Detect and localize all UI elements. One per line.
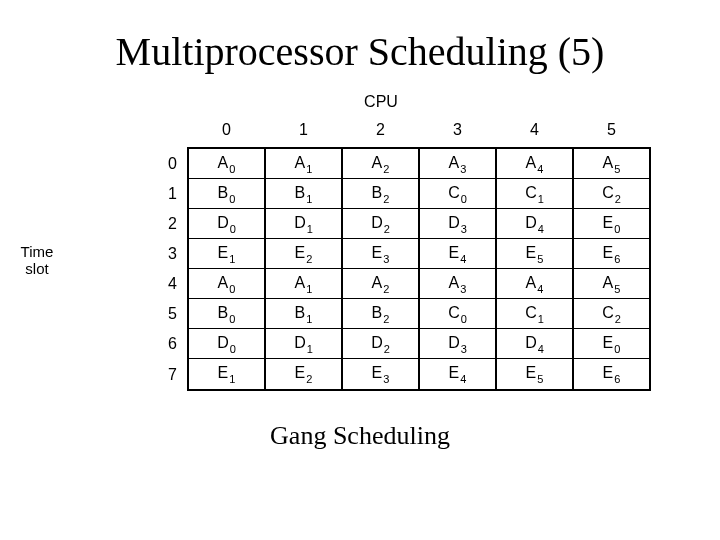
row-header: 3 — [111, 239, 188, 269]
cell-subscript: 3 — [460, 163, 466, 175]
cell-letter: A — [603, 274, 614, 291]
slide: Multiprocessor Scheduling (5) CPU Time s… — [0, 0, 720, 540]
schedule-cell: A4 — [496, 269, 573, 299]
cell-letter: A — [603, 154, 614, 171]
cell-subscript: 1 — [306, 163, 312, 175]
row-header: 4 — [111, 269, 188, 299]
slide-caption: Gang Scheduling — [0, 421, 720, 451]
cell-letter: A — [526, 154, 537, 171]
cell-subscript: 4 — [538, 223, 544, 235]
schedule-cell: D2 — [342, 329, 419, 359]
table-row: 7E1E2E3E4E5E6 — [111, 359, 650, 390]
table-row: 2D0D1D2D3D4E0 — [111, 209, 650, 239]
row-header: 6 — [111, 329, 188, 359]
col-header: 4 — [496, 117, 573, 148]
cell-letter: A — [526, 274, 537, 291]
cell-subscript: 0 — [229, 283, 235, 295]
schedule-cell: E3 — [342, 239, 419, 269]
slide-title: Multiprocessor Scheduling (5) — [0, 28, 720, 75]
col-header: 0 — [188, 117, 265, 148]
schedule-cell: E6 — [573, 359, 650, 390]
cell-subscript: 1 — [307, 343, 313, 355]
schedule-cell: D0 — [188, 329, 265, 359]
cell-subscript: 0 — [461, 193, 467, 205]
col-header: 1 — [265, 117, 342, 148]
schedule-cell: C1 — [496, 179, 573, 209]
cell-letter: E — [295, 244, 306, 261]
schedule-cell: E6 — [573, 239, 650, 269]
schedule-cell: D3 — [419, 209, 496, 239]
schedule-cell: B1 — [265, 299, 342, 329]
cell-subscript: 1 — [306, 193, 312, 205]
schedule-cell: E2 — [265, 359, 342, 390]
cell-letter: E — [526, 364, 537, 381]
schedule-cell: A2 — [342, 148, 419, 179]
schedule-cell: B0 — [188, 299, 265, 329]
cell-subscript: 5 — [537, 253, 543, 265]
cell-subscript: 0 — [229, 313, 235, 325]
cell-letter: C — [602, 304, 614, 321]
cell-subscript: 0 — [230, 223, 236, 235]
cell-subscript: 6 — [614, 373, 620, 385]
schedule-cell: D3 — [419, 329, 496, 359]
cell-letter: A — [295, 274, 306, 291]
col-header: 2 — [342, 117, 419, 148]
table-row: 3E1E2E3E4E5E6 — [111, 239, 650, 269]
cell-subscript: 0 — [614, 223, 620, 235]
col-header: 5 — [573, 117, 650, 148]
cell-letter: C — [525, 184, 537, 201]
table-row: 4A0A1A2A3A4A5 — [111, 269, 650, 299]
row-header: 2 — [111, 209, 188, 239]
timeslot-line1: Time — [21, 243, 54, 260]
cell-letter: C — [525, 304, 537, 321]
cell-subscript: 2 — [615, 193, 621, 205]
schedule-cell: D1 — [265, 329, 342, 359]
schedule-cell: E0 — [573, 329, 650, 359]
cell-letter: D — [448, 334, 460, 351]
schedule-cell: A0 — [188, 269, 265, 299]
cell-subscript: 0 — [229, 193, 235, 205]
schedule-cell: E2 — [265, 239, 342, 269]
cell-subscript: 3 — [383, 373, 389, 385]
col-header: 3 — [419, 117, 496, 148]
cell-subscript: 2 — [384, 343, 390, 355]
schedule-cell: D4 — [496, 329, 573, 359]
cell-letter: D — [371, 214, 383, 231]
cell-subscript: 4 — [460, 373, 466, 385]
schedule-cell: E5 — [496, 359, 573, 390]
cell-letter: E — [603, 244, 614, 261]
cell-letter: E — [218, 244, 229, 261]
cell-subscript: 0 — [614, 343, 620, 355]
cell-letter: D — [525, 214, 537, 231]
schedule-cell: B0 — [188, 179, 265, 209]
cell-letter: D — [217, 214, 229, 231]
cell-subscript: 1 — [538, 193, 544, 205]
cell-letter: B — [218, 304, 229, 321]
cell-subscript: 0 — [461, 313, 467, 325]
row-header: 0 — [111, 148, 188, 179]
cell-subscript: 5 — [614, 163, 620, 175]
cell-letter: E — [449, 244, 460, 261]
schedule-cell: D2 — [342, 209, 419, 239]
cpu-axis-label: CPU — [111, 93, 651, 111]
cell-subscript: 3 — [460, 283, 466, 295]
schedule-cell: E3 — [342, 359, 419, 390]
cell-letter: E — [372, 244, 383, 261]
cell-letter: A — [218, 154, 229, 171]
schedule-cell: A2 — [342, 269, 419, 299]
schedule-cell: C2 — [573, 179, 650, 209]
cell-letter: A — [372, 154, 383, 171]
cell-subscript: 2 — [383, 283, 389, 295]
cell-subscript: 1 — [306, 313, 312, 325]
cell-subscript: 2 — [384, 223, 390, 235]
table-row: 6D0D1D2D3D4E0 — [111, 329, 650, 359]
cell-letter: E — [603, 364, 614, 381]
cell-letter: D — [217, 334, 229, 351]
schedule-cell: C0 — [419, 179, 496, 209]
cell-subscript: 1 — [306, 283, 312, 295]
cell-letter: E — [372, 364, 383, 381]
schedule-cell: E1 — [188, 359, 265, 390]
cell-subscript: 1 — [229, 253, 235, 265]
row-header: 1 — [111, 179, 188, 209]
cell-subscript: 2 — [615, 313, 621, 325]
